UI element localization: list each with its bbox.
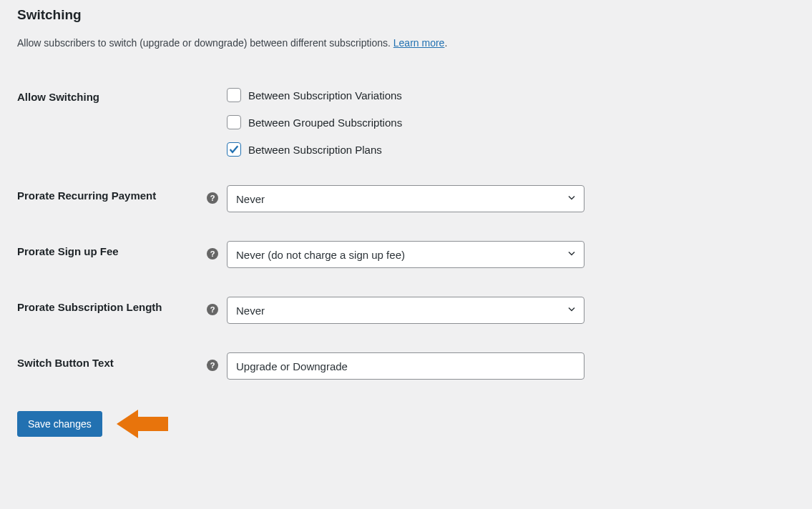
checkbox-label: Between Subscription Plans — [248, 144, 382, 156]
label-allow-switching: Allow Switching — [17, 87, 207, 103]
svg-marker-0 — [117, 410, 168, 438]
checkbox-label: Between Grouped Subscriptions — [248, 117, 402, 129]
label-prorate-length: Prorate Subscription Length — [17, 297, 207, 313]
row-allow-switching: Allow Switching Between Subscription Var… — [17, 87, 812, 157]
label-prorate-recurring: Prorate Recurring Payment — [17, 185, 207, 202]
learn-more-link[interactable]: Learn more — [393, 37, 445, 49]
select-prorate-length[interactable]: Never — [227, 297, 584, 324]
help-icon[interactable]: ? — [207, 360, 218, 371]
annotation-arrow-icon — [117, 408, 168, 440]
option-plans[interactable]: Between Subscription Plans — [227, 142, 584, 157]
label-prorate-signup: Prorate Sign up Fee — [17, 241, 207, 257]
option-variations[interactable]: Between Subscription Variations — [227, 88, 584, 102]
input-switch-button-text[interactable] — [227, 352, 584, 380]
checkbox-plans[interactable] — [227, 142, 241, 157]
help-icon[interactable]: ? — [207, 192, 218, 204]
section-description: Allow subscribers to switch (upgrade or … — [17, 36, 812, 51]
row-prorate-signup: Prorate Sign up Fee ? Never (do not char… — [17, 241, 812, 268]
row-prorate-length: Prorate Subscription Length ? Never — [17, 297, 812, 324]
help-icon[interactable]: ? — [207, 248, 218, 260]
section-description-text: Allow subscribers to switch (upgrade or … — [17, 37, 393, 49]
option-grouped[interactable]: Between Grouped Subscriptions — [227, 115, 584, 129]
select-prorate-signup[interactable]: Never (do not charge a sign up fee) — [227, 241, 584, 268]
label-switch-button-text: Switch Button Text — [17, 352, 207, 369]
row-prorate-recurring: Prorate Recurring Payment ? Never — [17, 185, 812, 212]
checkbox-label: Between Subscription Variations — [248, 89, 402, 102]
save-button[interactable]: Save changes — [17, 411, 102, 437]
allow-switching-options: Between Subscription Variations Between … — [227, 87, 584, 157]
row-switch-button-text: Switch Button Text ? — [17, 352, 812, 380]
checkbox-grouped[interactable] — [227, 115, 241, 129]
save-row: Save changes — [17, 408, 812, 440]
select-prorate-recurring[interactable]: Never — [227, 185, 584, 212]
section-title: Switching — [17, 7, 812, 23]
help-icon[interactable]: ? — [207, 304, 218, 315]
checkbox-variations[interactable] — [227, 88, 241, 102]
period: . — [444, 37, 447, 49]
